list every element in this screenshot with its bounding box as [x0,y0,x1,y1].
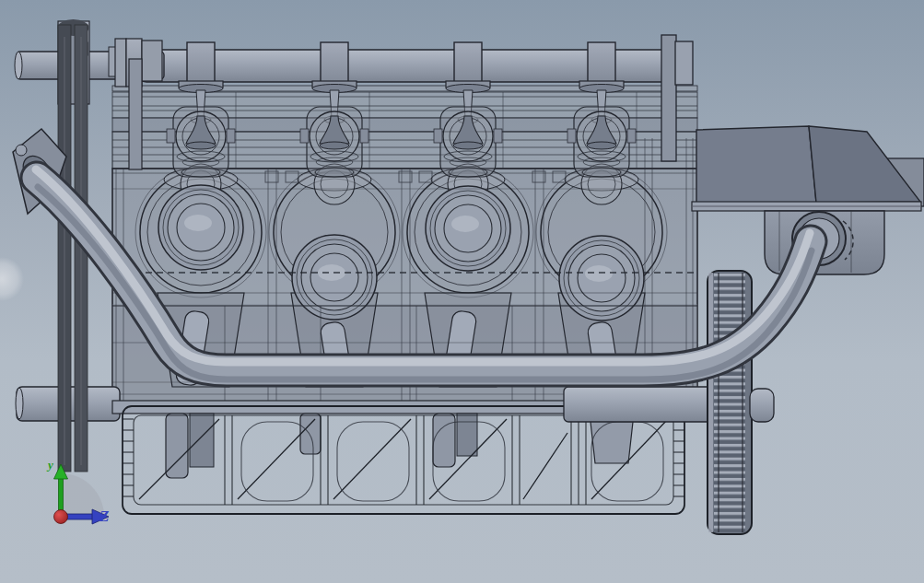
x-axis-origin-ball [54,510,68,524]
crankshaft-output[interactable] [564,387,711,422]
camshaft-end-cap [675,41,693,85]
crankshaft-stub [750,389,774,422]
cam-support-post [661,35,676,161]
model-canvas[interactable]: y Z [0,0,924,583]
triad-z-label: Z [99,507,109,525]
air-filter-lid-left [696,126,816,203]
cad-viewport[interactable]: y Z [0,0,924,583]
crankshaft-nose-cap [16,388,23,419]
triad-y-label: y [46,458,53,472]
z-axis-arrow [64,514,94,519]
flywheel-ring-gear[interactable] [708,271,752,534]
